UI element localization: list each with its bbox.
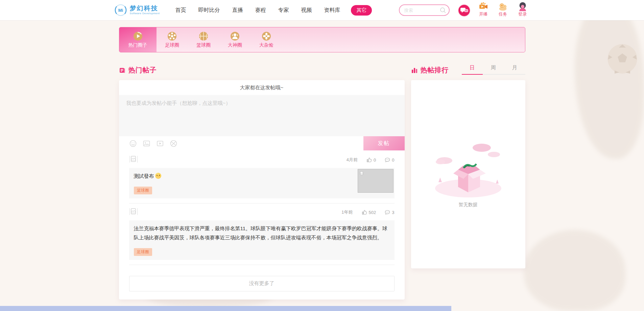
nav-item[interactable]: 资料库 [324, 7, 340, 14]
comment-count: 3 [392, 210, 394, 215]
like-button[interactable]: 0 [366, 157, 376, 163]
nav-item[interactable]: 直播 [232, 7, 243, 14]
search-icon[interactable] [440, 7, 446, 15]
nav-item[interactable]: 赛程 [255, 7, 266, 14]
background-watermark [575, 0, 644, 159]
bottom-blue-strip [0, 306, 451, 311]
tab-master-circle[interactable]: 大神圈 [219, 27, 251, 52]
start-live-button[interactable]: 开播 [476, 2, 491, 17]
logo-icon: Mi [114, 4, 127, 17]
image-tool-button[interactable] [143, 140, 150, 147]
circle-tab-label: 大杂烩 [259, 42, 273, 48]
football-icon [167, 31, 177, 41]
master-icon [230, 31, 240, 41]
broken-image-icon [359, 170, 364, 176]
posts-list: 4月前 0 0 测試發布 篮球圈 1年前 502 3 [119, 150, 405, 265]
divider [129, 203, 395, 204]
ranking-card: 暂无数据 [411, 80, 525, 268]
like-count: 502 [369, 210, 376, 215]
tasks-button[interactable]: 任务 [496, 2, 510, 17]
post-time: 4月前 [347, 157, 358, 163]
tab-basketball-circle[interactable]: 篮球圈 [188, 27, 219, 52]
comment-icon [385, 157, 390, 163]
tab-hot-circles[interactable]: 热门圈子 [119, 27, 157, 52]
background-watermark [524, 230, 625, 311]
basketball-icon [198, 31, 209, 41]
rank-tab-日[interactable]: 日 [462, 65, 483, 75]
tab-football-circle[interactable]: 足球圈 [157, 27, 188, 52]
tasks-coin-icon [498, 2, 508, 11]
composer-banner: 大家都在这发帖哦~ [119, 80, 405, 95]
ranking-chart-icon [411, 67, 418, 74]
post-item[interactable]: 1年前 502 3 法兰克福本赛季德甲表现下滑严重，最终排名第11。球队眼下唯有… [129, 204, 395, 260]
post-text: 测試發布 [134, 172, 352, 181]
action-label: 登录 [518, 11, 527, 17]
nav-item[interactable]: 首页 [175, 7, 186, 14]
action-label: 开播 [479, 11, 487, 17]
like-button[interactable]: 502 [362, 210, 376, 215]
login-avatar-icon [518, 2, 527, 11]
ball-tool-button[interactable] [170, 140, 177, 147]
broken-image-icon [129, 154, 138, 164]
logo-subtitle: Software Development [130, 12, 160, 15]
post-composer-input[interactable] [119, 95, 405, 136]
composer-toolbar: 发帖 [119, 136, 405, 150]
hot-play-icon [133, 31, 143, 41]
circle-tab-label: 大神圈 [228, 42, 242, 48]
emoji-tool-button[interactable] [129, 140, 137, 147]
circle-tab-label: 篮球圈 [196, 42, 211, 48]
live-camera-icon [479, 2, 488, 11]
video-icon [156, 140, 164, 147]
post-tag[interactable]: 篮球圈 [134, 187, 152, 194]
soccer-ball-watermark [607, 43, 638, 76]
circle-tab-label: 热门圈子 [128, 42, 147, 48]
comment-button[interactable]: 3 [385, 210, 394, 215]
empty-state-illustration [431, 141, 505, 198]
like-icon [366, 157, 372, 163]
video-tool-button[interactable] [156, 140, 164, 147]
comment-count: 0 [392, 158, 394, 163]
like-count: 0 [374, 158, 376, 163]
comment-icon [385, 210, 390, 215]
login-button[interactable]: 登录 [515, 2, 530, 17]
nav-item[interactable]: 视频 [301, 7, 312, 14]
customer-service-icon[interactable] [458, 4, 471, 18]
circles-tab-bar: 热门圈子足球圈篮球圈大神圈大杂烩 [119, 27, 525, 52]
nav-item[interactable]: 专家 [278, 7, 289, 14]
mix-flower-icon [261, 31, 271, 41]
rank-tab-月[interactable]: 月 [504, 65, 525, 75]
top-navigation: Mi 梦幻科技 Software Development 首页即时比分直播赛程专… [0, 0, 644, 20]
svg-text:Mi: Mi [118, 8, 123, 13]
post-tag[interactable]: 足球圈 [134, 248, 152, 256]
comment-button[interactable]: 0 [385, 157, 394, 163]
face-with-hand-over-mouth-emoji [155, 173, 161, 179]
circle-tab-label: 足球圈 [165, 42, 179, 48]
rank-tab-周[interactable]: 周 [483, 65, 504, 75]
nav-actions: 开播任务登录 [458, 2, 530, 18]
nav-item[interactable]: 即时比分 [198, 7, 220, 14]
ranking-title: 热帖排行 [421, 66, 449, 75]
post-text: 法兰克福本赛季德甲表现下滑严重，最终排名第11。球队眼下唯有赢下欧罗巴冠军才能跻… [134, 224, 390, 242]
empty-state-text: 暂无数据 [459, 202, 478, 208]
search-box [399, 4, 450, 16]
broken-avatar-icon [129, 154, 138, 165]
image-icon [143, 140, 150, 147]
post-time: 1年前 [341, 209, 353, 215]
post-image-placeholder[interactable] [358, 169, 393, 193]
hot-posts-icon [119, 67, 126, 74]
ranking-period-tabs: 日周月 [462, 65, 525, 75]
site-logo[interactable]: Mi 梦幻科技 Software Development [114, 4, 160, 17]
publish-post-button[interactable]: 发帖 [363, 136, 405, 150]
page-title: 热门帖子 [128, 66, 157, 75]
no-more-indicator: 没有更多了 [129, 276, 395, 291]
posts-card: 大家都在这发帖哦~ 发帖 4月前 0 0 测試發布 篮球圈 [119, 80, 405, 300]
emoji-icon [129, 140, 137, 147]
nav-item-more[interactable]: 其它 [351, 5, 372, 16]
main-menu: 首页即时比分直播赛程专家视频资料库 [175, 7, 340, 14]
action-label: 任务 [499, 11, 507, 17]
divider [129, 265, 395, 265]
broken-image-icon [129, 207, 138, 216]
tab-mix-circle[interactable]: 大杂烩 [251, 27, 282, 52]
logo-title: 梦幻科技 [130, 5, 160, 12]
post-item[interactable]: 4月前 0 0 测試發布 篮球圈 [129, 152, 395, 198]
